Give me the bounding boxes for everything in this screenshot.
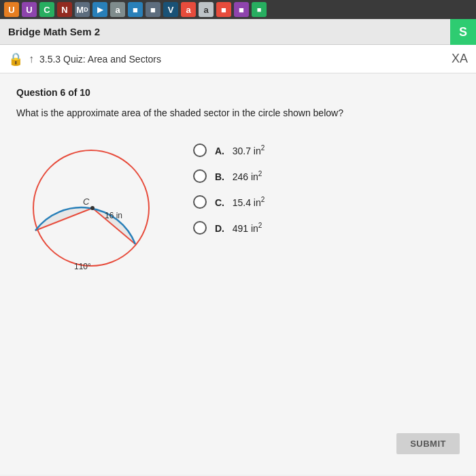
answer-option-d[interactable]: D. 491 in2: [193, 221, 460, 235]
answer-option-b[interactable]: B. 246 in2: [193, 169, 460, 183]
up-arrow-icon: ↑: [29, 53, 34, 65]
tab-c[interactable]: C: [39, 2, 54, 17]
question-body: C 16 in 110° A. 30.7 in2 B. 2: [16, 137, 460, 296]
radius-label: 16 in: [105, 211, 122, 220]
lock-icon: 🔒: [8, 52, 23, 67]
tab-u2[interactable]: U: [22, 2, 37, 17]
tab-m2[interactable]: ▶: [92, 2, 107, 17]
tab-g[interactable]: ■: [252, 2, 267, 17]
svg-point-3: [90, 206, 95, 210]
answer-option-a[interactable]: A. 30.7 in2: [193, 143, 460, 157]
tab-u1[interactable]: U: [4, 2, 19, 17]
answer-text-b: B. 246 in2: [215, 170, 262, 182]
tab-m1[interactable]: MD: [75, 2, 90, 17]
radio-a[interactable]: [193, 143, 207, 157]
quiz-navbar: 🔒 ↑ 3.5.3 Quiz: Area and Sectors XA: [0, 45, 476, 73]
tab-a3[interactable]: ■: [146, 2, 160, 17]
diagram-container: C 16 in 110°: [16, 137, 166, 296]
app-titlebar: Bridge Math Sem 2 S: [0, 19, 476, 45]
main-content: Question 6 of 10 What is the approximate…: [0, 73, 476, 475]
tab-a2[interactable]: ■: [128, 2, 143, 17]
circle-diagram: C 16 in 110°: [16, 137, 166, 293]
quiz-breadcrumb: 3.5.3 Quiz: Area and Sectors: [39, 54, 161, 65]
tab-a5[interactable]: a: [199, 2, 214, 17]
question-text: What is the approximate area of the shad…: [16, 106, 460, 120]
question-label: Question 6 of 10: [16, 87, 460, 98]
answer-text-a: A. 30.7 in2: [215, 144, 265, 156]
answer-option-c[interactable]: C. 15.4 in2: [193, 195, 460, 209]
answer-text-c: C. 15.4 in2: [215, 196, 265, 208]
submit-container: SUBMIT: [396, 433, 460, 454]
radio-b[interactable]: [193, 169, 207, 183]
tab-a6[interactable]: ■: [216, 2, 231, 17]
browser-toolbar: U U C N MD ▶ a ■ ■ V a a ■ ■ ■: [0, 0, 476, 19]
radio-d[interactable]: [193, 221, 207, 235]
angle-label: 110°: [74, 262, 91, 271]
tab-a7[interactable]: ■: [234, 2, 249, 17]
app-title: Bridge Math Sem 2: [8, 26, 100, 37]
center-label: C: [83, 197, 90, 207]
submit-button[interactable]: SUBMIT: [396, 433, 460, 454]
tab-v[interactable]: V: [163, 2, 178, 17]
translate-icon[interactable]: XA: [452, 52, 468, 66]
answer-text-d: D. 491 in2: [215, 222, 262, 234]
answers-container: A. 30.7 in2 B. 246 in2 C. 15.4 in2: [193, 137, 460, 247]
tab-n[interactable]: N: [57, 2, 72, 17]
tab-a4[interactable]: a: [181, 2, 196, 17]
radio-c[interactable]: [193, 195, 207, 209]
app-logo: S: [450, 19, 476, 45]
tab-a1[interactable]: a: [110, 2, 125, 17]
